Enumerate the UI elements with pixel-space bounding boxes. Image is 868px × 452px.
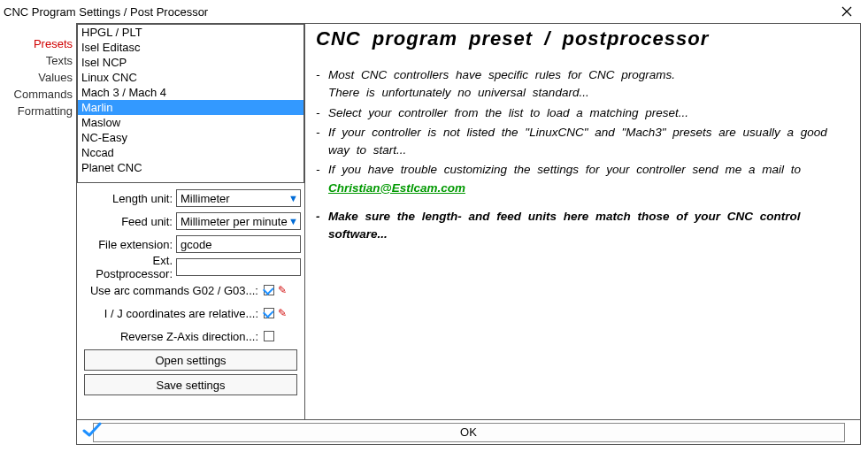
titlebar: CNC Program Settings / Post Processor	[0, 0, 868, 23]
file-extension-label: File extension:	[81, 238, 176, 251]
tab-commands[interactable]: Commands	[11, 88, 76, 101]
email-link[interactable]: Christian@Estlcam.com	[328, 181, 465, 195]
use-arc-checkbox[interactable]	[264, 285, 274, 295]
help-line: - If your controller is not listed the "…	[316, 124, 846, 160]
main-panel: HPGL / PLTIsel EditascIsel NCPLinux CNCM…	[76, 23, 861, 445]
preset-item[interactable]: Isel NCP	[78, 55, 303, 70]
window-title: CNC Program Settings / Post Processor	[4, 5, 208, 19]
help-title: CNC program preset / postprocessor	[316, 27, 846, 50]
save-settings-button[interactable]: Save settings	[84, 374, 297, 395]
chevron-down-icon: ▼	[288, 216, 298, 226]
file-extension-input[interactable]: gcode	[176, 235, 301, 253]
tab-texts[interactable]: Texts	[42, 54, 76, 67]
ij-relative-checkbox[interactable]	[264, 308, 274, 318]
close-icon	[841, 6, 852, 17]
file-extension-value: gcode	[181, 238, 211, 251]
length-unit-label: Length unit:	[81, 192, 176, 205]
length-unit-value: Millimeter	[181, 192, 230, 205]
ext-postprocessor-label: Ext. Postprocessor:	[81, 254, 176, 280]
preset-item[interactable]: Isel Editasc	[78, 40, 303, 55]
edit-icon[interactable]: ✎	[276, 307, 288, 319]
preset-item[interactable]: Marlin	[78, 100, 303, 115]
preset-item[interactable]: Maslow	[78, 115, 303, 130]
ok-button[interactable]: OK	[93, 423, 845, 442]
preset-item[interactable]: HPGL / PLT	[78, 25, 303, 40]
ok-bar: OK	[77, 419, 860, 444]
tab-presets[interactable]: Presets	[30, 37, 76, 50]
tab-formatting[interactable]: Formatting	[14, 104, 76, 118]
preset-item[interactable]: Linux CNC	[78, 70, 303, 85]
reverse-z-checkbox[interactable]	[264, 331, 274, 341]
tab-values[interactable]: Values	[35, 71, 76, 84]
ext-postprocessor-input[interactable]	[176, 258, 301, 276]
preset-list[interactable]: HPGL / PLTIsel EditascIsel NCPLinux CNCM…	[77, 24, 304, 183]
ij-relative-label: I / J coordinates are relative...:	[104, 307, 258, 320]
help-line: - If you have trouble customizing the se…	[316, 161, 846, 197]
preset-item[interactable]: Mach 3 / Mach 4	[78, 85, 303, 100]
feed-unit-value: Millimeter per minute	[181, 215, 288, 228]
chevron-down-icon: ▼	[288, 193, 298, 203]
help-line: - Select your controller from the list t…	[316, 104, 846, 122]
help-line-bold: - Make sure the length- and feed units h…	[316, 208, 846, 244]
preset-item[interactable]: Nccad	[78, 145, 303, 160]
open-settings-button[interactable]: Open settings	[84, 349, 297, 371]
help-panel: CNC program preset / postprocessor - Mos…	[305, 24, 860, 419]
preset-item[interactable]: Planet CNC	[78, 160, 303, 175]
edit-icon[interactable]: ✎	[276, 284, 288, 296]
preset-item[interactable]: NC-Easy	[78, 130, 303, 145]
close-button[interactable]	[829, 0, 864, 23]
use-arc-label: Use arc commands G02 / G03...:	[90, 284, 258, 297]
tabs-column: Presets Texts Values Commands Formatting	[4, 23, 76, 445]
reverse-z-label: Reverse Z-Axis direction...:	[120, 330, 258, 343]
feed-unit-label: Feed unit:	[81, 215, 176, 228]
left-column: HPGL / PLTIsel EditascIsel NCPLinux CNCM…	[77, 24, 305, 419]
length-unit-select[interactable]: Millimeter ▼	[176, 189, 301, 207]
help-line: - Most CNC controllers have specific rul…	[316, 66, 846, 103]
feed-unit-select[interactable]: Millimeter per minute ▼	[176, 212, 301, 230]
check-icon	[82, 422, 102, 442]
